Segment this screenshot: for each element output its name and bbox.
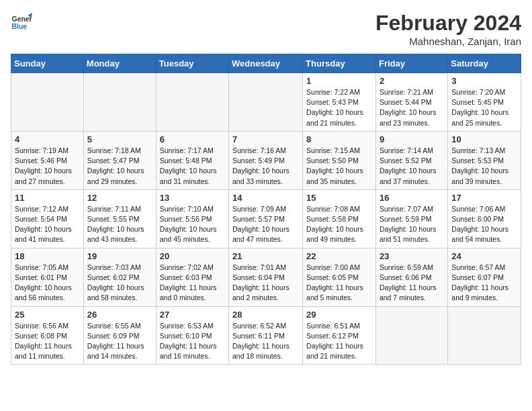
calendar-cell: 7Sunrise: 7:16 AM Sunset: 5:49 PM Daylig… — [229, 131, 303, 189]
cell-info: Sunrise: 7:03 AM Sunset: 6:02 PM Dayligh… — [87, 263, 152, 304]
title-block: February 2024 Mahneshan, Zanjan, Iran — [375, 11, 521, 47]
logo: General Blue — [11, 11, 32, 32]
day-number: 29 — [306, 310, 372, 320]
cell-info: Sunrise: 7:22 AM Sunset: 5:43 PM Dayligh… — [306, 87, 372, 128]
calendar-cell: 4Sunrise: 7:19 AM Sunset: 5:46 PM Daylig… — [11, 131, 84, 189]
logo-icon: General Blue — [11, 11, 32, 32]
calendar-cell — [448, 306, 521, 365]
cell-info: Sunrise: 7:19 AM Sunset: 5:46 PM Dayligh… — [15, 146, 80, 187]
calendar-cell: 1Sunrise: 7:22 AM Sunset: 5:43 PM Daylig… — [303, 73, 376, 132]
day-number: 10 — [451, 134, 517, 144]
day-number: 12 — [87, 193, 152, 203]
calendar-cell: 15Sunrise: 7:08 AM Sunset: 5:58 PM Dayli… — [303, 189, 376, 248]
cell-info: Sunrise: 7:02 AM Sunset: 6:03 PM Dayligh… — [160, 263, 225, 304]
day-number: 3 — [451, 76, 517, 86]
day-number: 17 — [451, 193, 517, 203]
day-number: 28 — [232, 310, 299, 320]
day-number: 4 — [15, 134, 80, 144]
cell-info: Sunrise: 6:57 AM Sunset: 6:07 PM Dayligh… — [451, 263, 517, 304]
weekday-header-saturday: Saturday — [448, 54, 521, 73]
day-number: 23 — [380, 251, 444, 261]
day-number: 2 — [380, 76, 444, 86]
weekday-header-thursday: Thursday — [303, 54, 376, 73]
day-number: 1 — [306, 76, 372, 86]
calendar-cell — [156, 73, 228, 132]
day-number: 27 — [160, 310, 225, 320]
cell-info: Sunrise: 7:01 AM Sunset: 6:04 PM Dayligh… — [232, 263, 299, 304]
svg-text:General: General — [12, 15, 32, 23]
calendar-cell: 17Sunrise: 7:06 AM Sunset: 6:00 PM Dayli… — [448, 189, 521, 248]
calendar-cell: 20Sunrise: 7:02 AM Sunset: 6:03 PM Dayli… — [156, 248, 228, 306]
calendar-cell: 28Sunrise: 6:52 AM Sunset: 6:11 PM Dayli… — [229, 306, 303, 365]
day-number: 8 — [306, 134, 372, 144]
weekday-header-tuesday: Tuesday — [156, 54, 228, 73]
cell-info: Sunrise: 7:20 AM Sunset: 5:45 PM Dayligh… — [451, 87, 517, 128]
svg-text:Blue: Blue — [12, 23, 28, 30]
calendar-cell: 24Sunrise: 6:57 AM Sunset: 6:07 PM Dayli… — [448, 248, 521, 306]
cell-info: Sunrise: 7:00 AM Sunset: 6:05 PM Dayligh… — [306, 263, 372, 304]
cell-info: Sunrise: 7:07 AM Sunset: 5:59 PM Dayligh… — [380, 204, 444, 245]
cell-info: Sunrise: 7:18 AM Sunset: 5:47 PM Dayligh… — [87, 146, 152, 187]
calendar-cell: 16Sunrise: 7:07 AM Sunset: 5:59 PM Dayli… — [375, 189, 447, 248]
weekday-header-friday: Friday — [375, 54, 447, 73]
day-number: 19 — [87, 251, 152, 261]
cell-info: Sunrise: 6:59 AM Sunset: 6:06 PM Dayligh… — [380, 263, 444, 304]
calendar-cell: 3Sunrise: 7:20 AM Sunset: 5:45 PM Daylig… — [448, 73, 521, 132]
day-number: 5 — [87, 134, 152, 144]
cell-info: Sunrise: 7:15 AM Sunset: 5:50 PM Dayligh… — [306, 146, 372, 187]
day-number: 22 — [306, 251, 372, 261]
calendar-cell — [229, 73, 303, 132]
weekday-header-wednesday: Wednesday — [229, 54, 303, 73]
cell-info: Sunrise: 7:10 AM Sunset: 5:56 PM Dayligh… — [160, 204, 225, 245]
calendar-cell: 10Sunrise: 7:13 AM Sunset: 5:53 PM Dayli… — [448, 131, 521, 189]
weekday-header-monday: Monday — [83, 54, 156, 73]
calendar-cell: 9Sunrise: 7:14 AM Sunset: 5:52 PM Daylig… — [375, 131, 447, 189]
calendar-week-3: 11Sunrise: 7:12 AM Sunset: 5:54 PM Dayli… — [11, 189, 521, 248]
day-number: 24 — [451, 251, 517, 261]
day-number: 20 — [160, 251, 225, 261]
calendar-table: SundayMondayTuesdayWednesdayThursdayFrid… — [11, 54, 521, 365]
cell-info: Sunrise: 6:56 AM Sunset: 6:08 PM Dayligh… — [15, 321, 80, 362]
cell-info: Sunrise: 7:13 AM Sunset: 5:53 PM Dayligh… — [451, 146, 517, 187]
day-number: 16 — [380, 193, 444, 203]
cell-info: Sunrise: 6:51 AM Sunset: 6:12 PM Dayligh… — [306, 321, 372, 362]
month-title: February 2024 — [375, 11, 521, 36]
calendar-cell: 25Sunrise: 6:56 AM Sunset: 6:08 PM Dayli… — [11, 306, 84, 365]
weekday-header-row: SundayMondayTuesdayWednesdayThursdayFrid… — [11, 54, 521, 73]
page-header: General Blue February 2024 Mahneshan, Za… — [11, 11, 521, 47]
calendar-week-5: 25Sunrise: 6:56 AM Sunset: 6:08 PM Dayli… — [11, 306, 521, 365]
cell-info: Sunrise: 7:17 AM Sunset: 5:48 PM Dayligh… — [160, 146, 225, 187]
day-number: 25 — [15, 310, 80, 320]
calendar-cell: 6Sunrise: 7:17 AM Sunset: 5:48 PM Daylig… — [156, 131, 228, 189]
day-number: 26 — [87, 310, 152, 320]
calendar-cell — [83, 73, 156, 132]
calendar-cell: 13Sunrise: 7:10 AM Sunset: 5:56 PM Dayli… — [156, 189, 228, 248]
calendar-week-1: 1Sunrise: 7:22 AM Sunset: 5:43 PM Daylig… — [11, 73, 521, 132]
cell-info: Sunrise: 7:05 AM Sunset: 6:01 PM Dayligh… — [15, 263, 80, 304]
cell-info: Sunrise: 7:06 AM Sunset: 6:00 PM Dayligh… — [451, 204, 517, 245]
day-number: 6 — [160, 134, 225, 144]
calendar-cell: 8Sunrise: 7:15 AM Sunset: 5:50 PM Daylig… — [303, 131, 376, 189]
day-number: 13 — [160, 193, 225, 203]
day-number: 7 — [232, 134, 299, 144]
calendar-cell: 26Sunrise: 6:55 AM Sunset: 6:09 PM Dayli… — [83, 306, 156, 365]
day-number: 18 — [15, 251, 80, 261]
day-number: 9 — [380, 134, 444, 144]
cell-info: Sunrise: 7:11 AM Sunset: 5:55 PM Dayligh… — [87, 204, 152, 245]
weekday-header-sunday: Sunday — [11, 54, 84, 73]
cell-info: Sunrise: 6:53 AM Sunset: 6:10 PM Dayligh… — [160, 321, 225, 362]
cell-info: Sunrise: 7:09 AM Sunset: 5:57 PM Dayligh… — [232, 204, 299, 245]
cell-info: Sunrise: 6:52 AM Sunset: 6:11 PM Dayligh… — [232, 321, 299, 362]
location: Mahneshan, Zanjan, Iran — [375, 36, 521, 47]
calendar-cell: 2Sunrise: 7:21 AM Sunset: 5:44 PM Daylig… — [375, 73, 447, 132]
day-number: 15 — [306, 193, 372, 203]
calendar-cell: 14Sunrise: 7:09 AM Sunset: 5:57 PM Dayli… — [229, 189, 303, 248]
day-number: 11 — [15, 193, 80, 203]
cell-info: Sunrise: 7:08 AM Sunset: 5:58 PM Dayligh… — [306, 204, 372, 245]
calendar-cell: 23Sunrise: 6:59 AM Sunset: 6:06 PM Dayli… — [375, 248, 447, 306]
calendar-cell: 27Sunrise: 6:53 AM Sunset: 6:10 PM Dayli… — [156, 306, 228, 365]
cell-info: Sunrise: 7:14 AM Sunset: 5:52 PM Dayligh… — [380, 146, 444, 187]
calendar-cell: 21Sunrise: 7:01 AM Sunset: 6:04 PM Dayli… — [229, 248, 303, 306]
calendar-cell: 18Sunrise: 7:05 AM Sunset: 6:01 PM Dayli… — [11, 248, 84, 306]
calendar-cell — [11, 73, 84, 132]
